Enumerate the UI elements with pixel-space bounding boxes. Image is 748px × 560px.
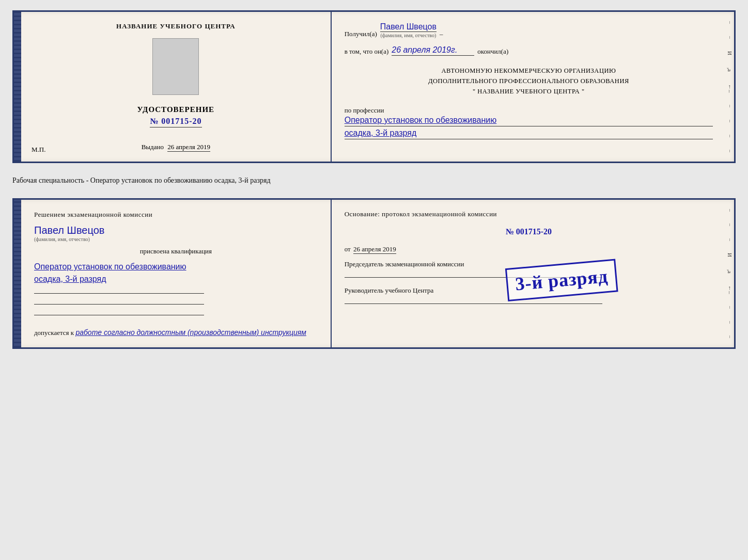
edge-mark-2: –: [727, 36, 733, 39]
edge-mark-1: –: [727, 21, 733, 24]
edge-mark-6: –: [727, 150, 733, 152]
top-doc-right: Получил(а) Павел Швецов (фамилия, имя, о…: [332, 12, 726, 162]
profession-value: Оператор установок по обезвоживанию: [345, 116, 713, 126]
sig-line-2: [34, 304, 204, 305]
basis-label: Основание: протокол экзаменационной коми…: [345, 210, 713, 218]
b-edge-mark-a: ,а: [727, 269, 733, 274]
b-edge-mark-k: ←–: [727, 285, 733, 294]
finished-label: окончил(а): [477, 47, 508, 56]
assigned-label: присвоена квалификация: [34, 247, 318, 255]
from-date-row: от 26 апреля 2019: [345, 245, 713, 253]
edge-mark-a: ,а: [727, 68, 733, 72]
b-edge-mark-6: –: [727, 335, 733, 338]
dash-top: –: [440, 30, 443, 38]
from-date-value: 26 апреля 2019: [353, 245, 396, 254]
edge-mark-3: –: [727, 105, 733, 107]
cert-number: № 001715-20: [150, 117, 201, 127]
profession-bottom-block: Оператор установок по обезвоживанию осад…: [34, 261, 318, 285]
name-hint-bottom: (фамилия, имя, отчество): [34, 236, 318, 242]
profession-label: по профессии: [345, 106, 713, 115]
photo-placeholder: [152, 38, 199, 95]
b-edge-mark-4: –: [727, 306, 733, 309]
commission-title: Решением экзаменационной комиссии: [34, 210, 318, 219]
bottom-right-edge: – – – И ,а ←– – – –: [726, 200, 734, 347]
admission-label: допускается к: [34, 329, 74, 337]
person-name-bottom: Павел Швецов: [34, 225, 318, 236]
issued-date: 26 апреля 2019: [167, 143, 210, 152]
org-line2: ДОПОЛНИТЕЛЬНОГО ПРОФЕССИОНАЛЬНОГО ОБРАЗО…: [345, 76, 713, 86]
edge-mark-k: ←–: [727, 84, 733, 93]
protocol-number: № 001715-20: [345, 227, 713, 236]
profession-bottom-1: Оператор установок по обезвоживанию: [34, 261, 318, 273]
name-hint-top: (фамилия, имя, отчество): [380, 33, 437, 38]
person-block-bottom: Павел Швецов (фамилия, имя, отчество): [34, 225, 318, 242]
b-edge-mark-1: –: [727, 209, 733, 212]
completion-date: 26 апреля 2019г.: [392, 45, 474, 56]
bottom-doc-right: Основание: протокол экзаменационной коми…: [332, 200, 726, 347]
bottom-doc-left: Решением экзаменационной комиссии Павел …: [21, 200, 332, 347]
mp-label: М.П.: [32, 146, 45, 154]
bottom-doc-spine-left: [14, 200, 21, 347]
issued-label: Выдано: [142, 143, 164, 151]
b-edge-mark-5: –: [727, 321, 733, 324]
received-label: Получил(а): [345, 30, 377, 38]
person-name-top: Павел Швецов: [380, 22, 437, 32]
top-center-title: НАЗВАНИЕ УЧЕБНОГО ЦЕНТРА: [116, 22, 236, 30]
profession-bottom-2: осадка, 3-й разряд: [34, 273, 318, 285]
top-right-edge: – – И ,а ←– – – – –: [726, 12, 734, 162]
top-document: НАЗВАНИЕ УЧЕБНОГО ЦЕНТРА УДОСТОВЕРЕНИЕ №…: [12, 10, 736, 163]
director-sig-line: [345, 303, 602, 304]
cert-label: УДОСТОВЕРЕНИЕ: [137, 105, 215, 114]
separator: Рабочая специальность - Оператор установ…: [12, 172, 736, 189]
admission-block: допускается к работе согласно должностны…: [34, 328, 318, 337]
admission-value: работе согласно должностным (производств…: [75, 328, 306, 337]
from-label: от: [345, 245, 351, 253]
stamp-text: 3-й разряд: [515, 266, 609, 295]
sig-line-1: [34, 293, 204, 294]
sig-line-3: [34, 315, 204, 315]
b-edge-mark-2: –: [727, 223, 733, 226]
top-doc-left: НАЗВАНИЕ УЧЕБНОГО ЦЕНТРА УДОСТОВЕРЕНИЕ №…: [21, 12, 332, 162]
org-text: АВТОНОМНУЮ НЕКОММЕРЧЕСКУЮ ОРГАНИЗАЦИЮ ДО…: [345, 66, 713, 97]
org-line1: АВТОНОМНУЮ НЕКОММЕРЧЕСКУЮ ОРГАНИЗАЦИЮ: [345, 66, 713, 76]
top-doc-spine-left: [14, 12, 21, 162]
rank-value: осадка, 3-й разряд: [345, 129, 713, 139]
edge-mark-5: –: [727, 135, 733, 137]
in-that-row: в том, что он(а) 26 апреля 2019г. окончи…: [345, 45, 713, 56]
b-edge-mark-3: –: [727, 238, 733, 241]
b-edge-mark-i: И: [727, 253, 733, 257]
org-line3: " НАЗВАНИЕ УЧЕБНОГО ЦЕНТРА ": [345, 86, 713, 97]
received-row: Получил(а) Павел Швецов (фамилия, имя, о…: [345, 22, 713, 38]
page-container: НАЗВАНИЕ УЧЕБНОГО ЦЕНТРА УДОСТОВЕРЕНИЕ №…: [12, 10, 736, 349]
edge-mark-i: И: [727, 51, 733, 55]
issued-line: Выдано 26 апреля 2019: [142, 143, 210, 151]
profession-block: по профессии Оператор установок по обезв…: [345, 106, 713, 139]
edge-mark-4: –: [727, 120, 733, 122]
bottom-document: Решением экзаменационной комиссии Павел …: [12, 198, 736, 349]
in-that-label: в том, что он(а): [345, 47, 389, 56]
